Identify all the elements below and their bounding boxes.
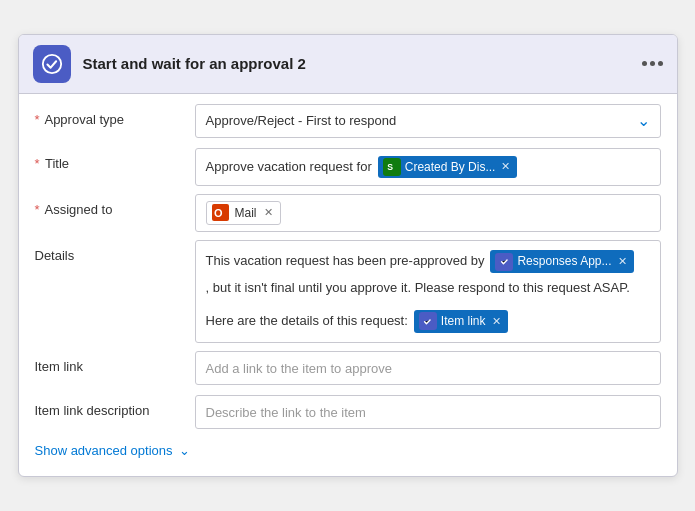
item-link-token: Item link ✕: [414, 310, 508, 333]
title-label: * Title: [35, 148, 195, 171]
assigned-to-row: * Assigned to O Mail ✕: [35, 194, 661, 232]
details-line3: Here are the details of this request: It…: [206, 309, 650, 334]
mail-token: O Mail ✕: [206, 201, 281, 225]
assigned-to-token-close[interactable]: ✕: [264, 206, 273, 219]
office-icon: O: [212, 204, 230, 222]
chevron-down-icon: ⌄: [179, 443, 190, 458]
responses-token: Responses App... ✕: [490, 250, 633, 273]
show-advanced-options-button[interactable]: Show advanced options ⌄: [35, 439, 661, 462]
svg-text:S: S: [387, 163, 393, 173]
required-star: *: [35, 112, 40, 127]
item-link-row: Item link Add a link to the item to appr…: [35, 351, 661, 387]
details-row: Details This vacation request has been p…: [35, 240, 661, 343]
item-link-desc-label: Item link description: [35, 395, 195, 418]
item-link-label: Item link: [35, 351, 195, 374]
details-line1: This vacation request has been pre-appro…: [206, 249, 650, 299]
required-star: *: [35, 202, 40, 217]
title-token-close[interactable]: ✕: [501, 160, 510, 173]
approval-token-icon: [495, 253, 513, 271]
approval-card: Start and wait for an approval 2 * Appro…: [18, 34, 678, 477]
more-options-button[interactable]: [642, 61, 663, 66]
approval-type-label: * Approval type: [35, 104, 195, 127]
sp-icon: S: [383, 158, 401, 176]
details-label: Details: [35, 240, 195, 263]
details-field[interactable]: This vacation request has been pre-appro…: [195, 240, 661, 343]
approval-type-row: * Approval type Approve/Reject - First t…: [35, 104, 661, 140]
item-link-desc-field[interactable]: Describe the link to the item: [195, 395, 661, 429]
approval-token-icon2: [419, 312, 437, 330]
card-body: * Approval type Approve/Reject - First t…: [19, 94, 677, 476]
assigned-to-label: * Assigned to: [35, 194, 195, 217]
item-link-desc-row: Item link description Describe the link …: [35, 395, 661, 431]
approval-type-dropdown[interactable]: Approve/Reject - First to respond ⌄: [195, 104, 661, 138]
chevron-down-icon: ⌄: [637, 111, 650, 130]
svg-text:O: O: [214, 207, 223, 219]
assigned-to-field[interactable]: O Mail ✕: [195, 194, 661, 232]
responses-token-close[interactable]: ✕: [618, 253, 627, 271]
card-title: Start and wait for an approval 2: [83, 55, 630, 72]
required-star: *: [35, 156, 40, 171]
title-row: * Title Approve vacation request for S C…: [35, 148, 661, 186]
svg-point-0: [42, 55, 60, 73]
title-token: S Created By Dis... ✕: [378, 156, 518, 178]
card-header: Start and wait for an approval 2: [19, 35, 677, 94]
item-link-token-close[interactable]: ✕: [492, 313, 501, 331]
approval-icon: [33, 45, 71, 83]
title-field[interactable]: Approve vacation request for S Created B…: [195, 148, 661, 186]
item-link-field[interactable]: Add a link to the item to approve: [195, 351, 661, 385]
